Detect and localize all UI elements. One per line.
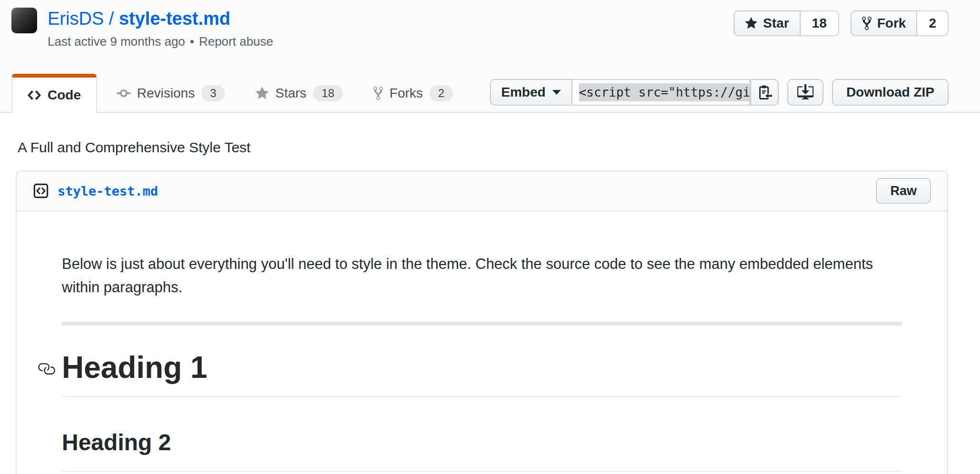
gist-page: ErisDS / style-test.md Last active 9 mon…	[0, 0, 980, 474]
heading-1-text: Heading 1	[62, 350, 207, 385]
embed-dropdown[interactable]: Embed	[490, 79, 572, 106]
gist-header: ErisDS / style-test.md Last active 9 mon…	[0, 0, 980, 113]
fork-button-group: Fork 2	[851, 10, 949, 36]
star-button-group: Star 18	[734, 10, 839, 36]
star-count[interactable]: 18	[801, 10, 839, 36]
raw-button[interactable]: Raw	[876, 178, 931, 204]
star-button[interactable]: Star	[734, 10, 800, 36]
avatar[interactable]	[11, 8, 37, 33]
star-icon	[255, 86, 269, 101]
title-separator: /	[104, 9, 119, 29]
file-box: style-test.md Raw Below is just about ev…	[16, 170, 948, 474]
report-abuse-link[interactable]: Report abuse	[199, 34, 273, 49]
forks-count-badge: 2	[430, 85, 453, 101]
file-name-link[interactable]: style-test.md	[58, 184, 158, 198]
tab-forks[interactable]: Forks 2	[358, 74, 468, 113]
fork-count[interactable]: 2	[917, 10, 949, 36]
intro-paragraph: Below is just about everything you'll ne…	[62, 252, 902, 299]
heading-2-text: Heading 2	[62, 430, 171, 455]
markdown-body: Below is just about everything you'll ne…	[17, 211, 947, 474]
tab-stars-label: Stars	[275, 86, 306, 101]
tab-revisions-label: Revisions	[137, 86, 195, 101]
chevron-down-icon	[552, 90, 561, 95]
gist-title: ErisDS / style-test.md	[48, 8, 273, 30]
tab-stars[interactable]: Stars 18	[240, 74, 358, 113]
last-active-text: Last active 9 months ago	[48, 34, 185, 49]
stars-count-badge: 18	[313, 85, 343, 101]
gist-meta: Last active 9 months ago•Report abuse	[48, 34, 273, 49]
download-button[interactable]	[787, 79, 823, 106]
gist-identity: ErisDS / style-test.md Last active 9 mon…	[11, 8, 273, 49]
clipboard-copy-icon	[757, 85, 772, 100]
gist-name-link[interactable]: style-test.md	[119, 9, 230, 29]
horizontal-rule	[62, 322, 902, 326]
star-button-label: Star	[763, 16, 789, 31]
social-buttons: Star 18 Fork 2	[734, 10, 949, 36]
gist-description: A Full and Comprehensive Style Test	[18, 139, 948, 156]
file-code-icon	[33, 183, 49, 199]
fork-icon	[373, 86, 383, 101]
embed-code-input[interactable]: <script src="https://gist.	[572, 79, 750, 106]
tab-code[interactable]: Code	[11, 74, 97, 113]
embed-group: Embed <script src="https://gist.	[490, 79, 779, 106]
link-anchor-icon[interactable]	[37, 360, 55, 378]
fork-icon	[862, 16, 872, 31]
gist-controls: Embed <script src="https://gist.	[490, 79, 949, 106]
header-top-row: ErisDS / style-test.md Last active 9 mon…	[0, 0, 980, 49]
main-content: A Full and Comprehensive Style Test styl…	[16, 139, 948, 474]
commit-icon	[117, 86, 130, 101]
meta-bullet: •	[190, 34, 194, 49]
tabs: Code Revisions 3 Stars 18 Forks 2	[11, 74, 468, 113]
tab-code-label: Code	[48, 88, 81, 103]
embed-code-value: <script src="https://gist.	[579, 83, 750, 101]
download-zip-button[interactable]: Download ZIP	[832, 79, 949, 106]
heading-1: Heading 1	[62, 348, 902, 397]
fork-button[interactable]: Fork	[851, 10, 918, 36]
tab-revisions[interactable]: Revisions 3	[102, 74, 240, 113]
copy-to-clipboard-button[interactable]	[750, 79, 779, 106]
code-icon	[28, 88, 41, 103]
revisions-count-badge: 3	[201, 85, 225, 101]
tab-bar: Code Revisions 3 Stars 18 Forks 2	[11, 74, 949, 113]
file-header: style-test.md Raw	[17, 171, 947, 211]
desktop-download-icon	[797, 84, 813, 100]
fork-button-label: Fork	[877, 16, 906, 31]
title-block: ErisDS / style-test.md Last active 9 mon…	[48, 8, 273, 49]
owner-link[interactable]: ErisDS	[48, 9, 104, 29]
tab-forks-label: Forks	[390, 86, 423, 101]
heading-2: Heading 2	[62, 425, 902, 472]
embed-dropdown-label: Embed	[501, 85, 546, 100]
star-icon	[745, 16, 757, 30]
